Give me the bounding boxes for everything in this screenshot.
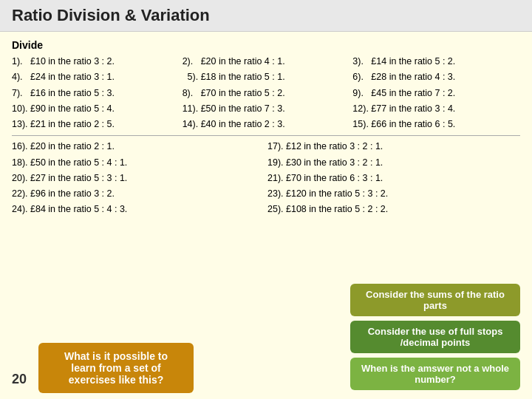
problem-3-12: 12). £77 in the ratio 3 : 4. bbox=[352, 101, 520, 117]
problem-1-13: 13). £21 in the ratio 2 : 5. bbox=[12, 117, 180, 132]
hint-box-1[interactable]: Consider the sums of the ratio parts bbox=[350, 284, 520, 316]
problem-3-6: 6). £28 in the ratio 4 : 3. bbox=[352, 69, 520, 85]
col-right-multi: 17). £12 in the ratio 3 : 2 : 1. 19). £3… bbox=[267, 139, 520, 217]
two-col-section: 16). £20 in the ratio 2 : 1. 18). £50 in… bbox=[12, 139, 520, 217]
problem-25: 25). £108 in the ratio 5 : 2 : 2. bbox=[267, 202, 520, 217]
divide-heading: Divide bbox=[12, 39, 520, 51]
problem-3-3: 3). £14 in the ratio 5 : 2. bbox=[352, 54, 520, 69]
hint-box-2[interactable]: Consider the use of full stops /decimal … bbox=[350, 321, 520, 353]
problem-1-1: 1). £10 in the ratio 3 : 2. bbox=[12, 54, 180, 69]
problem-17: 17). £12 in the ratio 3 : 2 : 1. bbox=[267, 139, 520, 154]
problem-21: 21). £70 in the ratio 6 : 3 : 1. bbox=[267, 171, 520, 186]
problem-1-10: 10). £90 in the ratio 5 : 4. bbox=[12, 101, 180, 117]
content-area: Divide 1). £10 in the ratio 3 : 2. 4). £… bbox=[0, 32, 532, 221]
bottom-area: 20 What is it possible to learn from a s… bbox=[0, 278, 532, 399]
question-box[interactable]: What is it possible to learn from a set … bbox=[38, 343, 194, 393]
problem-24: 24). £84 in the ratio 5 : 4 : 3. bbox=[12, 202, 265, 217]
col3: 3). £14 in the ratio 5 : 2. 6). £28 in t… bbox=[352, 54, 520, 132]
problem-1-4: 4). £24 in the ratio 3 : 1. bbox=[12, 69, 180, 85]
problem-2-5: 5). £18 in the ratio 5 : 1. bbox=[183, 69, 350, 85]
hint-boxes: Consider the sums of the ratio parts Con… bbox=[350, 284, 520, 393]
page-number: 20 bbox=[12, 372, 27, 393]
col1: 1). £10 in the ratio 3 : 2. 4). £24 in t… bbox=[12, 54, 180, 132]
hint-box-3[interactable]: When is the amswer not a whole number? bbox=[350, 358, 520, 390]
problem-2-11: 11). £50 in the ratio 7 : 3. bbox=[183, 101, 350, 117]
problem-18: 18). £50 in the ratio 5 : 4 : 1. bbox=[12, 155, 265, 171]
problem-3-9: 9). £45 in the ratio 7 : 2. bbox=[352, 86, 520, 101]
problems-grid: 1). £10 in the ratio 3 : 2. 4). £24 in t… bbox=[12, 54, 520, 132]
problem-19: 19). £30 in the ratio 3 : 2 : 1. bbox=[267, 155, 520, 171]
problem-20: 20). £27 in the ratio 5 : 3 : 1. bbox=[12, 171, 265, 186]
problem-3-15: 15). £66 in the ratio 6 : 5. bbox=[352, 117, 520, 132]
problem-23: 23). £120 in the ratio 5 : 3 : 2. bbox=[267, 186, 520, 202]
col-left-multi: 16). £20 in the ratio 2 : 1. 18). £50 in… bbox=[12, 139, 265, 217]
col2: 2). £20 in the ratio 4 : 1. 5). £18 in t… bbox=[183, 54, 350, 132]
problem-1-7: 7). £16 in the ratio 5 : 3. bbox=[12, 86, 180, 101]
divider bbox=[12, 135, 520, 136]
problem-16: 16). £20 in the ratio 2 : 1. bbox=[12, 139, 265, 154]
page-title: Ratio Division & Variation bbox=[0, 0, 532, 32]
problem-2-8: 8). £70 in the ratio 5 : 2. bbox=[183, 86, 350, 101]
problem-2-2: 2). £20 in the ratio 4 : 1. bbox=[183, 54, 350, 69]
problem-2-14: 14). £40 in the ratio 2 : 3. bbox=[183, 117, 350, 132]
problem-22: 22). £96 in the ratio 3 : 2. bbox=[12, 186, 265, 202]
